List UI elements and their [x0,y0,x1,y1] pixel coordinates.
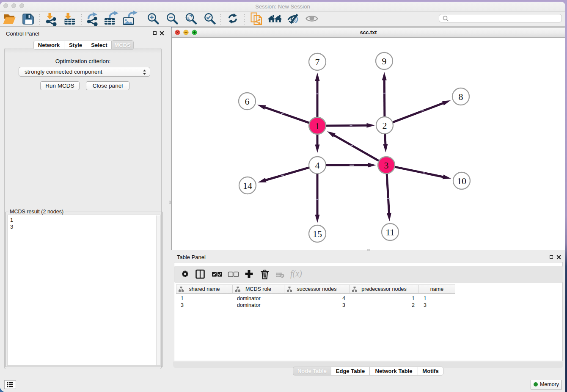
svg-text:11: 11 [385,227,394,237]
svg-text:4: 4 [315,160,320,171]
svg-text:6: 6 [245,96,250,107]
svg-text:7: 7 [315,57,320,67]
svg-text:1: 1 [315,121,320,131]
svg-text:3: 3 [384,160,389,171]
svg-text:8: 8 [459,91,463,102]
svg-text:2: 2 [383,120,387,131]
svg-text:10: 10 [457,176,466,186]
svg-text:9: 9 [382,56,387,66]
svg-text:15: 15 [313,229,322,239]
svg-text:14: 14 [243,180,252,191]
